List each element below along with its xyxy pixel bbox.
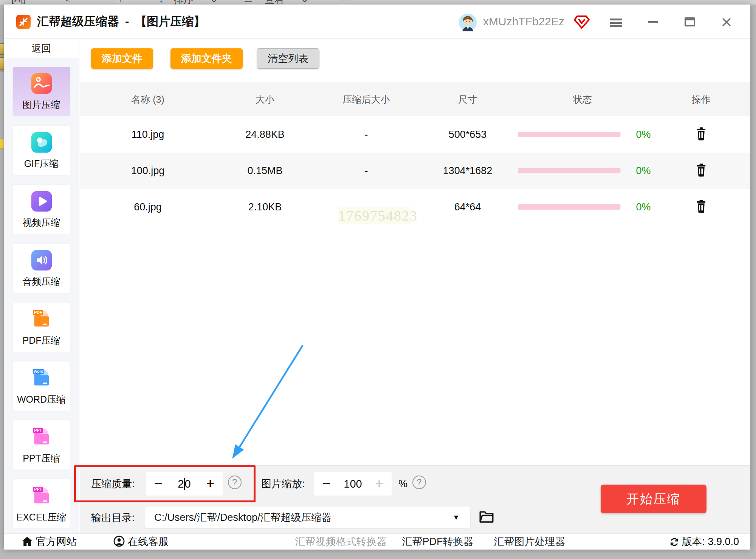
sidebar-item-word-compress[interactable]: Word WORD压缩 [13,361,70,411]
username[interactable]: xMUzhTFb22Ez [483,5,564,39]
background-icon-rename: ✎ [62,0,71,5]
menu-button[interactable] [610,15,624,29]
scale-label: 图片缩放: [261,477,305,491]
quality-help-icon[interactable]: ? [228,476,242,489]
audio-compress-icon [30,249,53,272]
file-name: 110.jpg [132,129,164,141]
minimize-button[interactable] [646,15,660,29]
sidebar-item-excel-compress[interactable]: PPT EXCEL压缩 [13,479,70,528]
video-converter-link[interactable]: 汇帮视频格式转换器 [295,534,387,550]
gif-compress-icon [30,131,53,154]
output-dir-label: 输出目录: [91,511,135,525]
column-header-size: 大小 [256,93,274,105]
compressed-size: - [365,129,368,141]
pdf-badge-label: PDF [34,310,42,315]
online-service-link[interactable]: 在线客服 [113,534,169,550]
sidebar-item-ppt-compress[interactable]: PPT PPT压缩 [13,420,70,469]
avatar[interactable] [459,14,477,31]
file-dimensions: 1304*1682 [443,165,493,177]
pdf-compress-icon: PDF [30,307,53,331]
sidebar-item-label: GIF压缩 [13,158,70,170]
delete-row-button[interactable] [696,163,707,178]
sidebar-item-label: 视频压缩 [13,216,70,229]
sort-arrow-icon: ↓ [159,0,164,5]
trash-icon [696,127,707,141]
column-header-actions: 操作 [692,93,711,105]
ppt-compress-icon: PPT [30,425,53,449]
output-dir-path: C:/Users/汇帮/Desktop/汇帮超级压缩器 [154,506,332,528]
pdf-converter-link[interactable]: 汇帮PDF转换器 [402,534,474,550]
browse-folder-button[interactable] [479,510,494,525]
table-header: 名称 (3) 大小 压缩后大小 尺寸 状态 操作 [80,82,750,116]
sidebar-items: 图片压缩 GIF压缩 视频压缩 [4,58,79,528]
word-compress-icon: Word [30,366,53,390]
sidebar-item-audio-compress[interactable]: 音频压缩 [13,244,70,293]
app-logo-icon [16,14,31,29]
progress-percent: 0% [636,165,651,177]
column-header-name: 名称 (3) [131,93,164,105]
progress-bar [518,204,621,210]
compressed-size: - [365,165,368,177]
app-name: 汇帮超级压缩器 [37,15,119,28]
mode-title: 【图片压缩】 [135,15,205,28]
view-lines-icon: ☰ [244,0,253,5]
close-button[interactable] [720,15,734,29]
file-size: 0.15MB [247,165,282,177]
file-name: 60.jpg [134,201,162,213]
start-compress-button[interactable]: 开始压缩 [601,485,706,513]
scale-unit: % [398,478,407,490]
background-icon-trash: ⏍ [113,0,121,5]
table-row[interactable]: 100.jpg 0.15MB - 1304*1682 0% [80,153,750,189]
version-info: 版本: 3.9.0.0 [669,534,739,550]
file-dimensions: 64*64 [454,201,481,213]
maximize-button[interactable] [683,15,697,29]
delete-row-button[interactable] [696,199,707,215]
image-processor-link[interactable]: 汇帮图片处理器 [494,534,565,550]
refresh-icon [669,537,679,547]
main-area: 添加文件 添加文件夹 清空列表 名称 (3) 大小 压缩后大小 尺寸 状态 操作… [80,39,750,533]
official-site-link[interactable]: 官方网站 [22,534,77,550]
window-title: 汇帮超级压缩器-【图片压缩】 [37,5,205,39]
sidebar-item-label: PPT压缩 [13,452,70,465]
trash-icon [696,199,707,213]
column-header-compressed-size: 压缩后大小 [343,93,390,105]
chevron-down-icon: ⌄ [210,0,218,5]
table-row[interactable]: 110.jpg 24.88KB - 500*653 0% [80,116,750,153]
ppt-badge-label: PPT [34,428,42,432]
sidebar-item-video-compress[interactable]: 视频压缩 [13,185,70,234]
file-name: 100.jpg [131,165,165,177]
file-size: 24.88KB [245,129,285,141]
column-header-dimensions: 尺寸 [458,93,477,105]
sidebar-item-label: 音频压缩 [13,275,70,288]
progress-bar [518,168,621,173]
video-compress-icon [30,190,53,213]
word-badge-label: Word [33,369,43,374]
sidebar-item-gif-compress[interactable]: GIF压缩 [13,126,70,175]
clear-list-button[interactable]: 清空列表 [257,48,319,69]
progress-percent: 0% [636,201,651,213]
excel-badge-label: PPT [34,487,42,491]
add-file-button[interactable]: 添加文件 [91,48,153,69]
progress-bar [518,132,621,137]
home-icon [22,536,33,547]
folder-icon [479,510,494,524]
sidebar-item-pdf-compress[interactable]: PDF PDF压缩 [13,303,70,352]
add-folder-button[interactable]: 添加文件夹 [170,48,243,69]
scale-help-icon[interactable]: ? [412,476,426,489]
trash-icon [696,163,707,177]
sidebar: 返回 图片压缩 GIF压缩 [4,39,79,533]
dropdown-arrow-icon: ▼ [452,506,460,528]
titlebar: 汇帮超级压缩器-【图片压缩】 xMUzhTFb22Ez [4,5,750,39]
quality-increase-button[interactable]: + [206,472,214,496]
output-dir-select[interactable]: C:/Users/汇帮/Desktop/汇帮超级压缩器 ▼ [145,506,470,528]
controls-panel: 压缩质量: − 20 + ? 图片缩放: − 100 + % ? 输出目录: C… [80,465,750,533]
sidebar-item-label: PDF压缩 [13,334,70,347]
scale-increase-button[interactable]: + [375,472,383,496]
sidebar-item-image-compress[interactable]: 图片压缩 [13,67,70,116]
back-button[interactable]: 返回 [4,39,79,58]
background-explorer-toolbar: [A|] ✎ ⏍ ↓ 排序 ⌄ ☰ 查看 ⌄ ••• [0,0,756,5]
vip-badge-icon[interactable] [574,15,590,29]
title-separator: - [119,15,135,28]
ellipsis-icon: ••• [340,0,350,5]
delete-row-button[interactable] [696,127,707,142]
